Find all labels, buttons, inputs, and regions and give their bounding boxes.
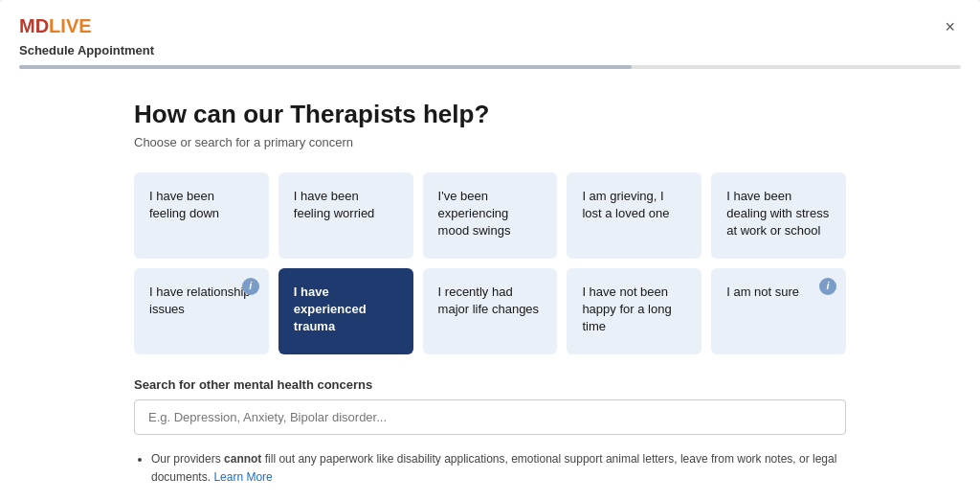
info-icon-2: i xyxy=(819,278,836,295)
disclaimer-text-before: Our providers xyxy=(151,452,224,466)
page-subtitle: Choose or search for a primary concern xyxy=(134,135,846,149)
page-title: How can our Therapists help? xyxy=(134,100,846,129)
close-button[interactable]: × xyxy=(939,15,961,39)
search-input[interactable] xyxy=(134,399,846,435)
logo-md: MD xyxy=(19,15,49,36)
logo-live: LIVE xyxy=(49,15,91,36)
disclaimer: Our providers cannot fill out any paperw… xyxy=(134,450,846,487)
search-label: Search for other mental health concerns xyxy=(134,377,846,392)
cards-row-2: i I have relationship issues I have expe… xyxy=(134,268,846,354)
cards-row-1: I have been feeling down I have been fee… xyxy=(134,172,846,259)
modal-header: MDLIVE × xyxy=(0,0,980,39)
modal-container: MDLIVE × Schedule Appointment How can ou… xyxy=(0,0,980,501)
card-grieving[interactable]: I am grieving, I lost a loved one xyxy=(567,172,702,259)
modal-body: How can our Therapists help? Choose or s… xyxy=(0,69,980,501)
card-not-sure[interactable]: i I am not sure xyxy=(711,268,846,354)
card-major-life-changes[interactable]: I recently had major life changes xyxy=(423,268,558,354)
card-feeling-down[interactable]: I have been feeling down xyxy=(134,172,269,259)
search-section: Search for other mental health concerns xyxy=(134,377,846,435)
card-not-happy[interactable]: I have not been happy for a long time xyxy=(567,268,702,354)
disclaimer-bold: cannot xyxy=(224,452,261,466)
info-icon: i xyxy=(242,278,259,295)
schedule-title: Schedule Appointment xyxy=(0,39,980,65)
logo: MDLIVE xyxy=(19,15,92,37)
card-experienced-trauma[interactable]: I have experienced trauma xyxy=(278,268,413,354)
card-mood-swings[interactable]: I've been experiencing mood swings xyxy=(423,172,558,259)
card-stress-work[interactable]: I have been dealing with stress at work … xyxy=(711,172,846,259)
card-relationship-issues[interactable]: i I have relationship issues xyxy=(134,268,269,354)
learn-more-link[interactable]: Learn More xyxy=(213,470,272,484)
card-feeling-worried[interactable]: I have been feeling worried xyxy=(278,172,413,259)
